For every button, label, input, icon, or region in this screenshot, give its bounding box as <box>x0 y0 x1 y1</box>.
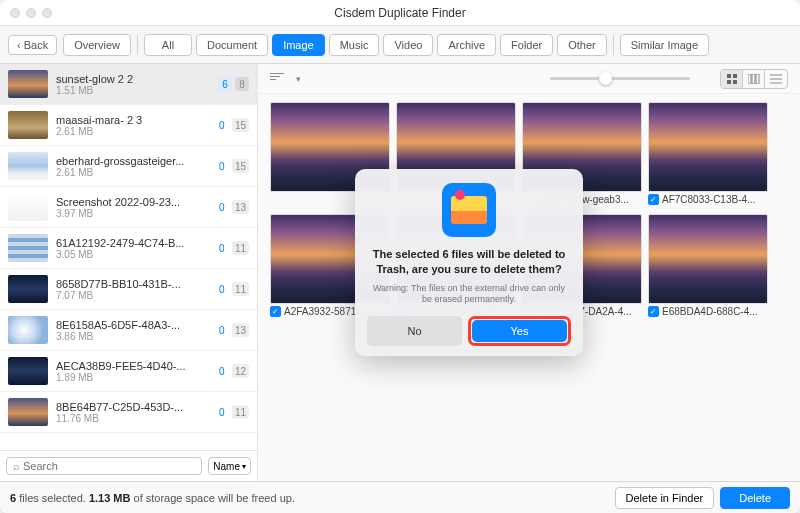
tab-music[interactable]: Music <box>329 34 380 56</box>
selected-count-badge: 6 <box>218 77 232 91</box>
no-button[interactable]: No <box>367 316 462 346</box>
chevron-left-icon: ‹ <box>17 39 21 51</box>
item-label-row: ✓ E68BDA4D-688C-4... <box>648 306 768 317</box>
item-name: sunset-glow 2 2 <box>56 73 210 85</box>
total-count-badge: 11 <box>232 282 249 296</box>
item-counts: 0 11 <box>215 282 249 296</box>
thumbnail-icon <box>8 152 48 180</box>
yes-button[interactable]: Yes <box>472 320 567 342</box>
selected-count-badge: 0 <box>215 282 229 296</box>
grid-item[interactable]: ✓ AF7C8033-C13B-4... <box>648 102 768 208</box>
overview-button[interactable]: Overview <box>63 34 131 56</box>
svg-rect-1 <box>733 74 737 78</box>
column-view-icon[interactable] <box>743 70 765 88</box>
total-count-badge: 12 <box>232 364 249 378</box>
chevron-down-icon: ▾ <box>242 462 246 471</box>
dialog-buttons: No Yes <box>367 316 571 346</box>
list-item[interactable]: AECA38B9-FEE5-4D40-... 1.89 MB 0 12 <box>0 351 257 392</box>
chevron-down-icon[interactable]: ▾ <box>296 74 301 84</box>
main-pane: ▾ s <box>258 64 800 481</box>
tab-archive[interactable]: Archive <box>437 34 496 56</box>
toolbar: ‹ Back Overview All Document Image Music… <box>0 26 800 64</box>
selected-count-badge: 0 <box>215 364 229 378</box>
maximize-window-icon[interactable] <box>42 8 52 18</box>
close-window-icon[interactable] <box>10 8 20 18</box>
tab-video[interactable]: Video <box>383 34 433 56</box>
minimize-window-icon[interactable] <box>26 8 36 18</box>
list-item[interactable]: 8BE64B77-C25D-453D-... 11.76 MB 0 11 <box>0 392 257 433</box>
thumbnail-icon <box>8 234 48 262</box>
thumbnail-icon <box>8 316 48 344</box>
freed-size: 1.13 MB <box>89 492 131 504</box>
item-name: 8658D77B-BB10-431B-... <box>56 278 207 290</box>
status-bar: 6 files selected. 1.13 MB of storage spa… <box>0 481 800 513</box>
tab-image[interactable]: Image <box>272 34 325 56</box>
window-title: Cisdem Duplicate Finder <box>0 6 800 20</box>
list-item[interactable]: eberhard-grossgasteiger... 2.61 MB 0 15 <box>0 146 257 187</box>
list-item[interactable]: 8E6158A5-6D5F-48A3-... 3.86 MB 0 13 <box>0 310 257 351</box>
similar-image-button[interactable]: Similar Image <box>620 34 709 56</box>
search-input[interactable]: ⌕ <box>6 457 202 475</box>
thumbnail-icon <box>8 193 48 221</box>
checkbox[interactable]: ✓ <box>648 194 659 205</box>
tab-folder[interactable]: Folder <box>500 34 553 56</box>
slider-knob[interactable] <box>599 72 612 85</box>
list-item[interactable]: sunset-glow 2 2 1.51 MB 6 8 <box>0 64 257 105</box>
app-window: Cisdem Duplicate Finder ‹ Back Overview … <box>0 0 800 513</box>
selected-count-badge: 0 <box>215 323 229 337</box>
svg-rect-0 <box>727 74 731 78</box>
thumbnail[interactable] <box>648 102 768 192</box>
item-counts: 0 11 <box>215 241 249 255</box>
item-size: 1.51 MB <box>56 85 210 96</box>
thumbnail-icon <box>8 111 48 139</box>
delete-in-finder-button[interactable]: Delete in Finder <box>615 487 715 509</box>
separator <box>137 35 138 55</box>
item-info: eberhard-grossgasteiger... 2.61 MB <box>56 155 207 178</box>
thumbnail-size-slider[interactable] <box>550 77 690 80</box>
view-mode-toggle <box>720 69 788 89</box>
grid-view-icon[interactable] <box>721 70 743 88</box>
separator <box>613 35 614 55</box>
tab-other[interactable]: Other <box>557 34 607 56</box>
sort-select[interactable]: Name ▾ <box>208 457 251 475</box>
list-item[interactable]: 61A12192-2479-4C74-B... 3.05 MB 0 11 <box>0 228 257 269</box>
item-info: AECA38B9-FEE5-4D40-... 1.89 MB <box>56 360 207 383</box>
duplicate-groups-list: sunset-glow 2 2 1.51 MB 6 8 maasai-mara-… <box>0 64 257 450</box>
total-count-badge: 15 <box>232 118 249 132</box>
list-item[interactable]: 8658D77B-BB10-431B-... 7.07 MB 0 11 <box>0 269 257 310</box>
filter-icon[interactable] <box>270 73 286 85</box>
content-area: sunset-glow 2 2 1.51 MB 6 8 maasai-mara-… <box>0 64 800 481</box>
item-size: 1.89 MB <box>56 372 207 383</box>
selected-count-badge: 0 <box>215 405 229 419</box>
total-count-badge: 15 <box>232 159 249 173</box>
item-info: 61A12192-2479-4C74-B... 3.05 MB <box>56 237 207 260</box>
item-counts: 6 8 <box>218 77 249 91</box>
item-size: 2.61 MB <box>56 167 207 178</box>
grid-item[interactable]: ✓ E68BDA4D-688C-4... <box>648 214 768 317</box>
thumbnail[interactable] <box>648 214 768 304</box>
item-info: 8658D77B-BB10-431B-... 7.07 MB <box>56 278 207 301</box>
list-item[interactable]: Screenshot 2022-09-23... 3.97 MB 0 13 <box>0 187 257 228</box>
search-field[interactable] <box>23 460 195 472</box>
svg-rect-2 <box>727 80 731 84</box>
dialog-warning: Warning: The files on the external drive… <box>367 283 571 306</box>
delete-button[interactable]: Delete <box>720 487 790 509</box>
checkbox[interactable]: ✓ <box>648 306 659 317</box>
list-view-icon[interactable] <box>765 70 787 88</box>
item-info: maasai-mara- 2 3 2.61 MB <box>56 114 207 137</box>
svg-rect-6 <box>756 74 759 84</box>
yes-highlight: Yes <box>468 316 571 346</box>
item-info: Screenshot 2022-09-23... 3.97 MB <box>56 196 207 219</box>
tab-all[interactable]: All <box>144 34 192 56</box>
back-button[interactable]: ‹ Back <box>8 35 57 55</box>
item-filename: E68BDA4D-688C-4... <box>662 306 758 317</box>
item-size: 3.86 MB <box>56 331 207 342</box>
item-counts: 0 13 <box>215 200 249 214</box>
item-label-row: ✓ AF7C8033-C13B-4... <box>648 194 768 205</box>
checkbox[interactable]: ✓ <box>270 306 281 317</box>
list-item[interactable]: maasai-mara- 2 3 2.61 MB 0 15 <box>0 105 257 146</box>
selected-count-badge: 0 <box>215 241 229 255</box>
thumbnail-icon <box>8 70 48 98</box>
tab-document[interactable]: Document <box>196 34 268 56</box>
item-counts: 0 15 <box>215 159 249 173</box>
